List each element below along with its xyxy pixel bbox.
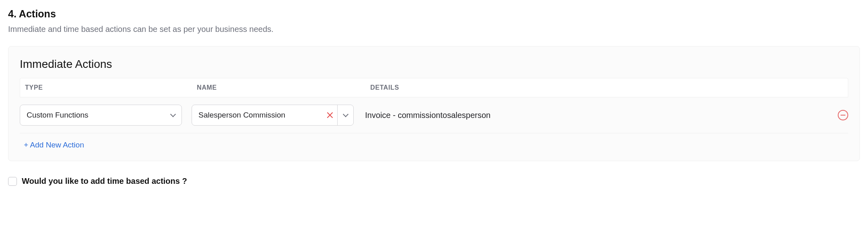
action-type-value: Custom Functions: [27, 111, 88, 120]
remove-action-button[interactable]: [838, 110, 848, 120]
close-icon: [327, 112, 333, 118]
section-title: 4. Actions: [8, 8, 860, 20]
action-details: Invoice - commissiontosalesperson: [365, 111, 490, 120]
action-name-combo[interactable]: Salesperson Commission: [192, 105, 354, 126]
time-based-label[interactable]: Would you like to add time based actions…: [22, 177, 187, 186]
add-action-link[interactable]: + Add New Action: [20, 133, 88, 154]
chevron-down-icon: [342, 111, 348, 117]
col-header-name: NAME: [197, 84, 370, 91]
action-row: Custom Functions Salesperson Commission …: [20, 97, 848, 133]
name-dropdown-toggle[interactable]: [337, 105, 353, 125]
actions-table-header: TYPE NAME DETAILS: [20, 78, 848, 97]
section-subtitle: Immediate and time based actions can be …: [8, 25, 860, 34]
col-header-details: DETAILS: [370, 84, 843, 91]
chevron-down-icon: [170, 111, 176, 117]
panel-title: Immediate Actions: [20, 58, 848, 71]
immediate-actions-panel: Immediate Actions TYPE NAME DETAILS Cust…: [8, 46, 860, 161]
minus-icon: [841, 115, 845, 116]
col-header-type: TYPE: [25, 84, 197, 91]
action-type-select[interactable]: Custom Functions: [20, 105, 182, 126]
action-name-value: Salesperson Commission: [192, 105, 323, 125]
clear-name-button[interactable]: [323, 105, 337, 125]
time-based-row: Would you like to add time based actions…: [8, 177, 860, 186]
time-based-checkbox[interactable]: [8, 177, 17, 186]
